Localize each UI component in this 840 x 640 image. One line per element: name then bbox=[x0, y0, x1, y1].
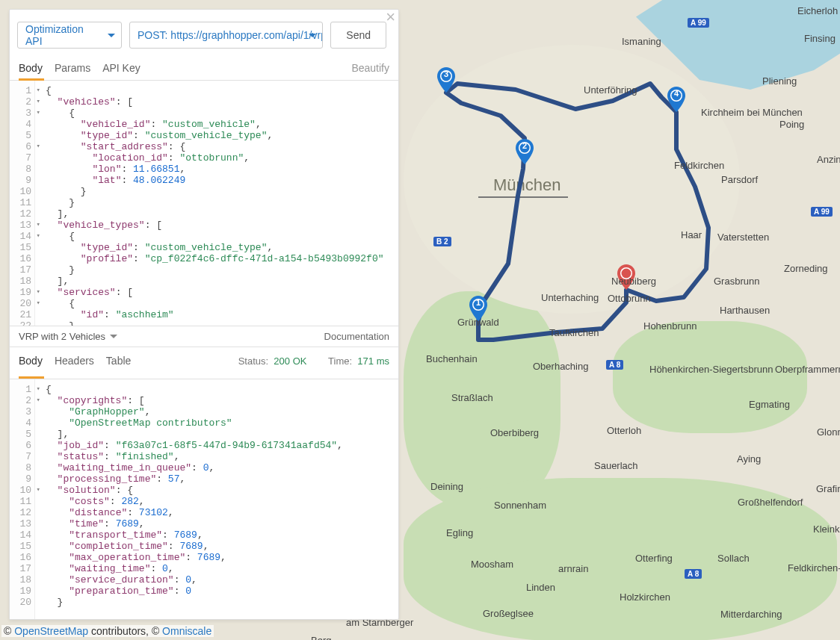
road-shield: B 2 bbox=[433, 237, 451, 246]
town-label: Holzkirchen bbox=[620, 591, 670, 603]
omniscale-link[interactable]: Omniscale bbox=[162, 625, 211, 637]
town-label: Eicherloh bbox=[797, 5, 838, 16]
town-label: Taufkirchen bbox=[549, 327, 599, 338]
town-label: Oberbiberg bbox=[490, 427, 539, 438]
town-label: Ismaning bbox=[622, 36, 661, 47]
town-label: Glonn bbox=[817, 426, 840, 438]
resp-tab-headers[interactable]: Headers bbox=[55, 355, 94, 373]
town-label: Grafing bbox=[816, 483, 840, 494]
example-select[interactable]: VRP with 2 Vehicles bbox=[19, 331, 119, 342]
beautify-button[interactable]: Beautify bbox=[351, 62, 389, 80]
town-label: Moosham bbox=[471, 559, 513, 570]
request-editor[interactable]: 12345678910111213141516171819202122 { "v… bbox=[10, 81, 398, 326]
town-label: Aying bbox=[737, 453, 761, 465]
town-label: Finsing bbox=[804, 33, 836, 44]
town-label: Sauerlach bbox=[594, 460, 638, 471]
map-attribution: © OpenStreetMap contributors, © Omniscal… bbox=[1, 625, 214, 637]
town-label: Großeglsee bbox=[483, 608, 534, 619]
town-label: Grasbrunn bbox=[714, 276, 759, 287]
api-panel: × Optimization API POST: https://graphho… bbox=[9, 9, 399, 620]
documentation-link[interactable]: Documentation bbox=[324, 331, 389, 342]
marker-stop-2[interactable]: 2 bbox=[516, 139, 534, 164]
town-label: Straßlach bbox=[451, 392, 493, 403]
town-label: Neubiberg bbox=[611, 276, 656, 287]
tab-params[interactable]: Params bbox=[55, 62, 90, 80]
town-label: Feldkirchen-Westerham bbox=[788, 562, 840, 574]
response-status: Status: 200 OK Time: 171 ms bbox=[238, 355, 389, 367]
town-label: Linden bbox=[526, 582, 555, 593]
city-underline bbox=[478, 196, 568, 198]
road-shield: A 99 bbox=[811, 207, 833, 217]
city-label: München bbox=[493, 175, 561, 195]
town-label: Deining bbox=[430, 481, 463, 492]
road-shield: A 99 bbox=[688, 18, 709, 28]
town-label: Grünwald bbox=[457, 317, 499, 328]
api-select[interactable]: Optimization API bbox=[17, 22, 122, 49]
town-label: Kleinkarolinenfeld bbox=[813, 524, 840, 535]
town-label: Ottobrunn bbox=[608, 293, 651, 304]
town-label: Otterfing bbox=[635, 553, 673, 564]
road-shield: A 8 bbox=[685, 569, 702, 579]
town-label: Pliening bbox=[762, 75, 797, 87]
resp-tab-table[interactable]: Table bbox=[106, 355, 131, 373]
town-label: Mitterdarching bbox=[720, 609, 782, 620]
town-label: Feldkirchen bbox=[674, 160, 724, 171]
tab-apikey[interactable]: API Key bbox=[102, 62, 140, 80]
town-label: Sonnenham bbox=[494, 500, 546, 511]
town-label: Harthausen bbox=[720, 305, 770, 316]
endpoint-url-select[interactable]: POST: https://graphhopper.com/api/1/vrp bbox=[129, 22, 323, 49]
town-label: Parsdorf bbox=[721, 174, 758, 185]
town-label: Kirchheim bei München bbox=[701, 107, 803, 118]
town-label: Hohenbrunn bbox=[643, 320, 697, 332]
town-label: Berg bbox=[311, 635, 331, 640]
town-label: Unterhaching bbox=[541, 292, 599, 303]
town-label: arnrain bbox=[558, 563, 588, 574]
panel-header: Optimization API POST: https://graphhopp… bbox=[10, 10, 398, 62]
town-label: Buchenhain bbox=[426, 353, 478, 364]
town-label: Poing bbox=[779, 119, 804, 130]
response-viewer[interactable]: 1234567891011121314151617181920 { "copyr… bbox=[10, 379, 398, 619]
town-label: Egmating bbox=[749, 399, 790, 410]
town-label: Zorneding bbox=[784, 263, 828, 274]
road-shield: A 8 bbox=[606, 360, 623, 370]
town-label: Anzing bbox=[817, 154, 840, 165]
close-icon[interactable]: × bbox=[386, 10, 395, 25]
town-label: Oberpframmern bbox=[775, 364, 840, 375]
town-label: Oberhaching bbox=[533, 361, 588, 372]
request-tabs: Body Params API Key Beautify bbox=[10, 62, 398, 81]
tab-body[interactable]: Body bbox=[19, 62, 43, 80]
forest-area bbox=[613, 321, 807, 433]
town-label: Großhelfendorf bbox=[738, 497, 803, 508]
osm-link[interactable]: OpenStreetMap bbox=[14, 625, 88, 637]
send-button[interactable]: Send bbox=[330, 22, 386, 49]
town-label: Sollach bbox=[717, 553, 750, 564]
town-label: Unterföhring bbox=[584, 84, 637, 96]
town-label: Otterloh bbox=[607, 425, 641, 436]
example-bar: VRP with 2 Vehicles Documentation bbox=[10, 326, 398, 347]
resp-tab-body[interactable]: Body bbox=[19, 355, 43, 373]
town-label: Egling bbox=[446, 527, 473, 538]
response-tabs: Body Headers Table Status: 200 OK Time: … bbox=[10, 347, 398, 379]
town-label: Haar bbox=[681, 229, 702, 240]
marker-stop-3[interactable]: 3 bbox=[437, 67, 455, 93]
marker-stop-4[interactable]: 4 bbox=[667, 87, 685, 112]
town-label: Vaterstetten bbox=[717, 232, 769, 243]
town-label: Höhenkirchen-Siegertsbrunn bbox=[649, 364, 773, 375]
